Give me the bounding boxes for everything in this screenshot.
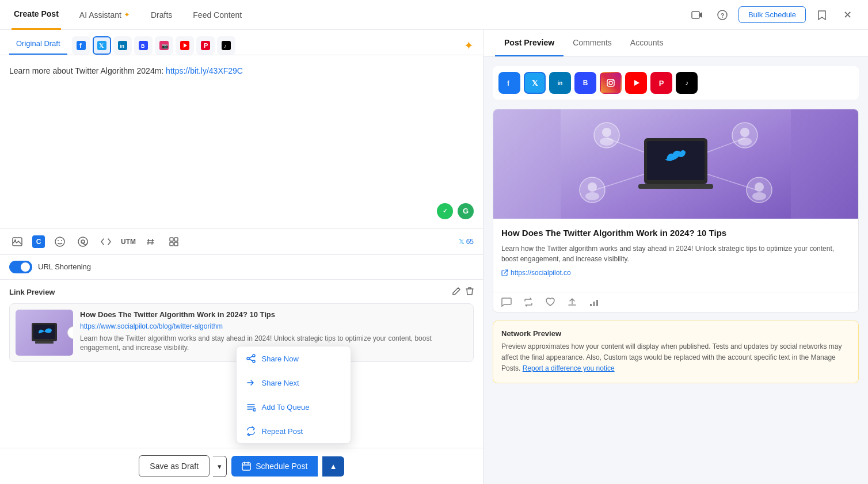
preview-icon-buffer[interactable]: B	[574, 72, 596, 94]
help-icon: ?	[717, 10, 728, 20]
draft-tabs: Original Draft f 𝕏 in B	[0, 30, 483, 55]
code-icon	[101, 238, 111, 246]
social-tab-youtube[interactable]	[176, 36, 194, 55]
share-now-label: Share Now	[262, 355, 299, 363]
char-count-value: 65	[466, 238, 474, 246]
preview-card-body: How Does The Twitter Algorithm Work in 2…	[493, 219, 858, 292]
image-icon	[12, 237, 22, 246]
repeat-post-item[interactable]: Repeat Post	[237, 419, 351, 443]
nav-drafts[interactable]: Drafts	[149, 0, 174, 30]
nav-ai-assistant[interactable]: AI Assistant ✦	[77, 0, 132, 30]
social-tab-instagram[interactable]: 📷	[155, 36, 173, 55]
svg-text:B: B	[141, 43, 145, 49]
buffer-icon: B	[139, 41, 148, 50]
code-button[interactable]	[98, 234, 114, 250]
svg-point-56	[740, 128, 749, 137]
retweet-action-button[interactable]	[523, 297, 534, 307]
social-tab-linkedin[interactable]: in	[113, 36, 132, 55]
bulk-schedule-button[interactable]: Bulk Schedule	[738, 6, 806, 23]
bookmark-icon	[817, 10, 827, 20]
editor-text: Learn more about Twitter Algorithm 2024m…	[9, 66, 166, 75]
editor-textarea[interactable]	[9, 82, 474, 185]
thumbnail-image	[16, 310, 73, 356]
social-tab-tiktok[interactable]: ♪	[217, 36, 235, 55]
instagram-icon: 📷	[159, 41, 169, 50]
ai-sparkle-button[interactable]: ✦	[464, 39, 474, 52]
queue-icon	[246, 402, 256, 411]
svg-point-39	[247, 357, 249, 360]
preview-tiktok-icon: ♪	[685, 79, 688, 87]
schedule-post-button[interactable]: Schedule Post	[231, 456, 318, 477]
mention-button[interactable]	[75, 234, 91, 250]
tab-accounts[interactable]: Accounts	[621, 30, 673, 56]
schedule-chevron-button[interactable]: ▲	[322, 456, 344, 477]
network-preview-text: Preview approximates how your content wi…	[501, 341, 850, 375]
url-shortening-toggle[interactable]	[9, 261, 32, 273]
preview-icon-tiktok[interactable]: ♪	[676, 72, 698, 94]
link-preview-edit-button[interactable]	[452, 287, 461, 298]
char-count: 𝕏 65	[459, 238, 474, 246]
tab-comments[interactable]: Comments	[564, 30, 621, 56]
green-indicator: ✓	[437, 203, 453, 219]
help-icon-button[interactable]: ?	[713, 6, 732, 24]
social-tab-twitter[interactable]: 𝕏	[93, 36, 111, 55]
url-shortening-section: URL Shortening	[0, 254, 483, 279]
preview-icon-pinterest[interactable]: P	[650, 72, 672, 94]
social-tab-facebook[interactable]: f	[72, 36, 90, 55]
social-tab-buffer[interactable]: B	[134, 36, 153, 55]
preview-card-link[interactable]: https://socialpilot.co	[501, 269, 850, 277]
url-shortening-label: URL Shortening	[38, 262, 91, 271]
nav-create-post[interactable]: Create Post	[12, 0, 61, 30]
twitter-char-icon: 𝕏	[459, 238, 465, 246]
svg-text:𝕏: 𝕏	[99, 43, 104, 49]
social-tab-pinterest[interactable]: P	[196, 36, 215, 55]
thumbnail-svg	[27, 318, 62, 347]
share-now-item[interactable]: Share Now	[237, 346, 351, 371]
bookmark-icon-button[interactable]	[813, 6, 831, 24]
top-navigation: Create Post AI Assistant ✦ Drafts Feed C…	[0, 0, 868, 30]
tab-post-preview[interactable]: Post Preview	[495, 30, 564, 56]
svg-marker-46	[634, 80, 639, 86]
network-preview-link[interactable]: Report a difference you notice	[523, 364, 615, 372]
preview-icon-facebook[interactable]: f	[498, 72, 520, 94]
grammarly-indicator: G	[458, 203, 474, 219]
svg-point-22	[58, 240, 59, 241]
image-upload-button[interactable]	[9, 234, 25, 250]
hashtag-icon	[146, 237, 155, 246]
chevron-down-icon: ▾	[218, 462, 222, 471]
canva-button[interactable]: C	[32, 235, 45, 248]
utm-button[interactable]: UTM	[121, 238, 136, 246]
like-action-button[interactable]	[545, 297, 555, 307]
share-dropdown-menu: Share Now Share Next Add To Queue	[236, 346, 351, 444]
close-icon-button[interactable]: ✕	[838, 6, 856, 24]
preview-icon-instagram[interactable]	[600, 72, 622, 94]
nav-feed-content[interactable]: Feed Content	[191, 0, 244, 30]
preview-icon-linkedin[interactable]: in	[549, 72, 571, 94]
pinterest-icon: P	[201, 41, 210, 50]
link-preview-card-url[interactable]: https://www.socialpilot.co/blog/twitter-…	[80, 322, 467, 330]
video-icon-button[interactable]	[688, 6, 706, 24]
original-draft-tab[interactable]: Original Draft	[9, 36, 67, 55]
save-as-draft-button[interactable]: Save as Draft	[139, 455, 210, 477]
network-preview-box: Network Preview Preview approximates how…	[493, 321, 859, 383]
nav-right-actions: ? Bulk Schedule ✕	[688, 6, 856, 24]
comment-action-button[interactable]	[501, 297, 512, 307]
emoji-button[interactable]	[52, 234, 68, 250]
svg-point-57	[738, 138, 752, 146]
preview-icon-twitter[interactable]: 𝕏	[524, 72, 546, 94]
link-preview-delete-button[interactable]	[466, 287, 474, 298]
preview-icon-youtube[interactable]	[625, 72, 647, 94]
save-draft-label: Save as Draft	[150, 462, 199, 471]
hashtag-button[interactable]	[143, 234, 159, 250]
grid-button[interactable]	[166, 234, 182, 250]
editor-link[interactable]: https://bit.ly/43XF29C	[166, 66, 243, 75]
analytics-action-button[interactable]	[589, 297, 599, 307]
share-action-button[interactable]	[567, 297, 577, 307]
main-layout: Original Draft f 𝕏 in B	[0, 30, 868, 484]
editor-toolbar: C UTM 𝕏 65	[0, 228, 483, 254]
add-to-queue-item[interactable]: Add To Queue	[237, 395, 351, 419]
share-next-item[interactable]: Share Next	[237, 371, 351, 395]
close-icon: ✕	[843, 9, 852, 21]
save-draft-chevron-button[interactable]: ▾	[213, 456, 227, 477]
link-icon	[501, 269, 508, 276]
